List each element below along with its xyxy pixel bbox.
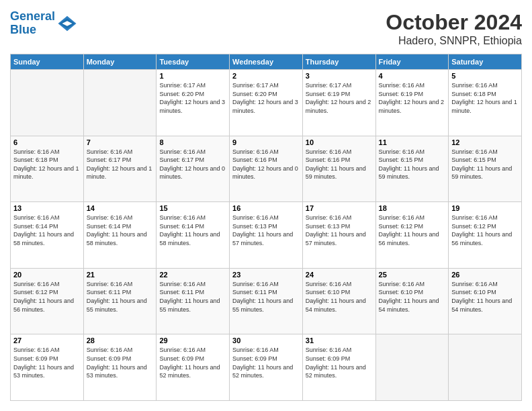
calendar-week-4: 27Sunrise: 6:16 AM Sunset: 6:09 PM Dayli… — [11, 334, 522, 401]
calendar-cell: 23Sunrise: 6:16 AM Sunset: 6:11 PM Dayli… — [230, 268, 303, 334]
calendar-body: 1Sunrise: 6:17 AM Sunset: 6:20 PM Daylig… — [11, 70, 522, 401]
day-number: 5 — [451, 72, 519, 80]
day-info: Sunrise: 6:16 AM Sunset: 6:09 PM Dayligh… — [13, 346, 81, 379]
calendar-table: SundayMondayTuesdayWednesdayThursdayFrid… — [10, 54, 522, 401]
day-number: 25 — [379, 271, 446, 279]
calendar-cell: 24Sunrise: 6:16 AM Sunset: 6:10 PM Dayli… — [302, 268, 375, 334]
calendar-cell: 15Sunrise: 6:16 AM Sunset: 6:14 PM Dayli… — [157, 202, 230, 269]
calendar-cell: 29Sunrise: 6:16 AM Sunset: 6:09 PM Dayli… — [157, 334, 230, 401]
calendar-week-0: 1Sunrise: 6:17 AM Sunset: 6:20 PM Daylig… — [11, 70, 522, 136]
day-number: 30 — [232, 336, 300, 345]
calendar-cell: 7Sunrise: 6:16 AM Sunset: 6:17 PM Daylig… — [83, 136, 157, 202]
day-info: Sunrise: 6:16 AM Sunset: 6:11 PM Dayligh… — [232, 280, 300, 314]
calendar-cell: 13Sunrise: 6:16 AM Sunset: 6:14 PM Dayli… — [11, 202, 84, 269]
day-info: Sunrise: 6:16 AM Sunset: 6:18 PM Dayligh… — [13, 148, 81, 181]
day-info: Sunrise: 6:16 AM Sunset: 6:15 PM Dayligh… — [451, 148, 519, 181]
day-number: 20 — [13, 271, 81, 279]
calendar-cell — [449, 334, 522, 401]
day-number: 27 — [13, 336, 81, 345]
day-header-wednesday: Wednesday — [230, 54, 303, 70]
day-number: 16 — [232, 204, 300, 212]
day-info: Sunrise: 6:16 AM Sunset: 6:14 PM Dayligh… — [159, 214, 226, 247]
day-number: 7 — [87, 138, 154, 146]
day-number: 13 — [13, 204, 81, 212]
day-info: Sunrise: 6:16 AM Sunset: 6:11 PM Dayligh… — [87, 280, 154, 314]
calendar-cell: 4Sunrise: 6:16 AM Sunset: 6:19 PM Daylig… — [375, 70, 449, 136]
day-info: Sunrise: 6:16 AM Sunset: 6:12 PM Dayligh… — [379, 214, 446, 247]
day-info: Sunrise: 6:16 AM Sunset: 6:14 PM Dayligh… — [13, 214, 81, 247]
logo-icon — [57, 13, 77, 34]
header-row: SundayMondayTuesdayWednesdayThursdayFrid… — [11, 54, 522, 70]
day-info: Sunrise: 6:16 AM Sunset: 6:16 PM Dayligh… — [306, 148, 373, 181]
calendar-cell: 1Sunrise: 6:17 AM Sunset: 6:20 PM Daylig… — [157, 70, 230, 136]
day-header-saturday: Saturday — [449, 54, 522, 70]
calendar-cell: 26Sunrise: 6:16 AM Sunset: 6:10 PM Dayli… — [449, 268, 522, 334]
day-info: Sunrise: 6:16 AM Sunset: 6:11 PM Dayligh… — [159, 280, 226, 314]
day-info: Sunrise: 6:17 AM Sunset: 6:19 PM Dayligh… — [306, 81, 373, 115]
calendar-header: SundayMondayTuesdayWednesdayThursdayFrid… — [11, 54, 522, 70]
calendar-cell: 11Sunrise: 6:16 AM Sunset: 6:15 PM Dayli… — [375, 136, 449, 202]
calendar-cell — [375, 334, 449, 401]
day-number: 6 — [13, 138, 81, 146]
day-number: 12 — [451, 138, 519, 146]
day-number: 23 — [232, 271, 300, 279]
calendar-cell: 5Sunrise: 6:16 AM Sunset: 6:18 PM Daylig… — [449, 70, 522, 136]
day-header-monday: Monday — [83, 54, 157, 70]
day-header-friday: Friday — [375, 54, 449, 70]
calendar-cell: 31Sunrise: 6:16 AM Sunset: 6:09 PM Dayli… — [302, 334, 375, 401]
day-number: 1 — [159, 72, 226, 80]
calendar-cell: 8Sunrise: 6:16 AM Sunset: 6:17 PM Daylig… — [157, 136, 230, 202]
calendar-cell: 18Sunrise: 6:16 AM Sunset: 6:12 PM Dayli… — [375, 202, 449, 269]
day-number: 14 — [87, 204, 154, 212]
calendar-week-3: 20Sunrise: 6:16 AM Sunset: 6:12 PM Dayli… — [11, 268, 522, 334]
day-info: Sunrise: 6:17 AM Sunset: 6:20 PM Dayligh… — [232, 81, 300, 115]
day-number: 24 — [306, 271, 373, 279]
calendar-cell: 25Sunrise: 6:16 AM Sunset: 6:10 PM Dayli… — [375, 268, 449, 334]
day-number: 2 — [232, 72, 300, 80]
calendar-week-2: 13Sunrise: 6:16 AM Sunset: 6:14 PM Dayli… — [11, 202, 522, 269]
day-header-sunday: Sunday — [11, 54, 84, 70]
day-info: Sunrise: 6:16 AM Sunset: 6:09 PM Dayligh… — [232, 346, 300, 379]
calendar-cell: 16Sunrise: 6:16 AM Sunset: 6:13 PM Dayli… — [230, 202, 303, 269]
calendar-cell: 14Sunrise: 6:16 AM Sunset: 6:14 PM Dayli… — [83, 202, 157, 269]
day-number: 29 — [159, 336, 226, 345]
day-info: Sunrise: 6:16 AM Sunset: 6:10 PM Dayligh… — [451, 280, 519, 314]
day-info: Sunrise: 6:16 AM Sunset: 6:17 PM Dayligh… — [87, 148, 154, 181]
day-header-thursday: Thursday — [302, 54, 375, 70]
day-number: 3 — [306, 72, 373, 80]
day-info: Sunrise: 6:16 AM Sunset: 6:09 PM Dayligh… — [159, 346, 226, 379]
page: General Blue October 2024 Hadero, SNNPR,… — [0, 0, 532, 411]
calendar-cell: 9Sunrise: 6:16 AM Sunset: 6:16 PM Daylig… — [230, 136, 303, 202]
calendar-cell: 20Sunrise: 6:16 AM Sunset: 6:12 PM Dayli… — [11, 268, 84, 334]
calendar-cell: 17Sunrise: 6:16 AM Sunset: 6:13 PM Dayli… — [302, 202, 375, 269]
month-year-title: October 2024 — [386, 10, 522, 35]
day-info: Sunrise: 6:17 AM Sunset: 6:20 PM Dayligh… — [159, 81, 226, 115]
day-info: Sunrise: 6:16 AM Sunset: 6:10 PM Dayligh… — [306, 280, 373, 314]
calendar-cell: 6Sunrise: 6:16 AM Sunset: 6:18 PM Daylig… — [11, 136, 84, 202]
day-info: Sunrise: 6:16 AM Sunset: 6:09 PM Dayligh… — [87, 346, 154, 379]
calendar-cell: 22Sunrise: 6:16 AM Sunset: 6:11 PM Dayli… — [157, 268, 230, 334]
day-number: 17 — [306, 204, 373, 212]
calendar-cell: 30Sunrise: 6:16 AM Sunset: 6:09 PM Dayli… — [230, 334, 303, 401]
day-info: Sunrise: 6:16 AM Sunset: 6:12 PM Dayligh… — [451, 214, 519, 247]
logo: General Blue — [10, 10, 77, 37]
day-info: Sunrise: 6:16 AM Sunset: 6:18 PM Dayligh… — [451, 81, 519, 115]
day-number: 28 — [87, 336, 154, 345]
calendar-cell: 10Sunrise: 6:16 AM Sunset: 6:16 PM Dayli… — [302, 136, 375, 202]
logo-text: General Blue — [10, 10, 55, 37]
day-info: Sunrise: 6:16 AM Sunset: 6:12 PM Dayligh… — [13, 280, 81, 314]
day-number: 15 — [159, 204, 226, 212]
day-info: Sunrise: 6:16 AM Sunset: 6:16 PM Dayligh… — [232, 148, 300, 181]
day-info: Sunrise: 6:16 AM Sunset: 6:17 PM Dayligh… — [159, 148, 226, 181]
calendar-cell: 19Sunrise: 6:16 AM Sunset: 6:12 PM Dayli… — [449, 202, 522, 269]
day-header-tuesday: Tuesday — [157, 54, 230, 70]
day-number: 26 — [451, 271, 519, 279]
day-number: 31 — [306, 336, 373, 345]
day-number: 10 — [306, 138, 373, 146]
title-section: October 2024 Hadero, SNNPR, Ethiopia — [386, 10, 522, 47]
day-number: 9 — [232, 138, 300, 146]
day-number: 8 — [159, 138, 226, 146]
calendar-cell: 21Sunrise: 6:16 AM Sunset: 6:11 PM Dayli… — [83, 268, 157, 334]
day-info: Sunrise: 6:16 AM Sunset: 6:15 PM Dayligh… — [379, 148, 446, 181]
day-info: Sunrise: 6:16 AM Sunset: 6:13 PM Dayligh… — [232, 214, 300, 247]
